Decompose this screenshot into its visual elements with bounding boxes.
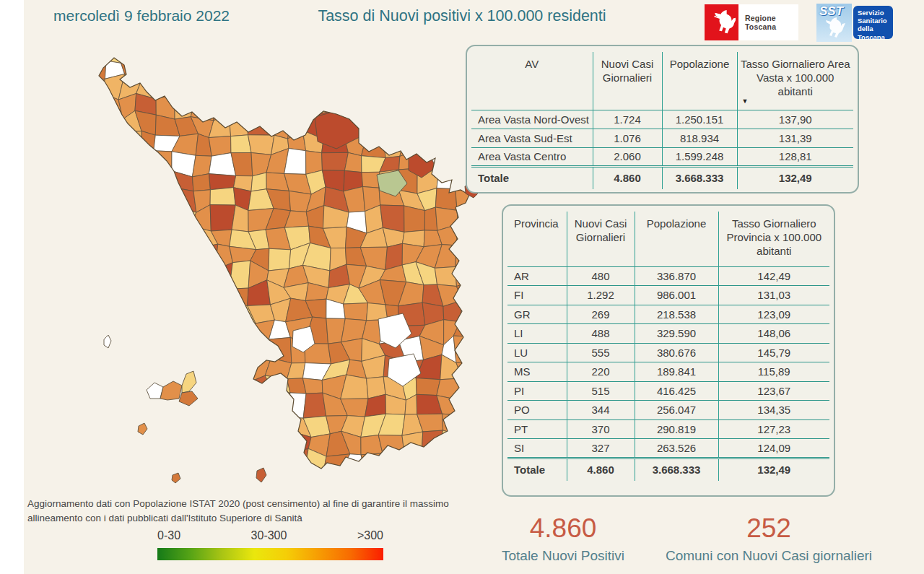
island-montecristo[interactable] bbox=[172, 473, 180, 483]
island-gorgona[interactable] bbox=[104, 335, 111, 348]
covid-dashboard: mercoledì 9 febbraio 2022 Tasso di Nuovi… bbox=[0, 0, 924, 574]
kpi-label: Comuni con Nuovi Casi giornalieri bbox=[664, 548, 873, 564]
col-header-popolazione[interactable]: Popolazione bbox=[662, 52, 737, 110]
table-row[interactable]: SI 327 263.526 124,09 bbox=[507, 439, 829, 458]
legend-gradient-bar bbox=[157, 548, 383, 560]
col-header-nuovi-casi[interactable]: Nuovi Casi Giornalieri bbox=[593, 52, 662, 110]
col-header-tasso[interactable]: Tasso Giornaliero Area Vasta x 100.000 a… bbox=[737, 52, 853, 110]
sst-pegasus-icon: SST bbox=[816, 4, 852, 42]
table-row[interactable]: LI 488 329.590 148,06 bbox=[507, 324, 829, 344]
sort-desc-icon[interactable]: ▼ bbox=[742, 97, 749, 105]
kpi-value: 252 bbox=[664, 514, 873, 544]
legend-label-mid: 30-300 bbox=[251, 529, 287, 542]
regione-toscana-logo: Regione Toscana bbox=[705, 4, 798, 40]
kpi-comuni-con-nuovi-casi: 252 Comuni con Nuovi Casi giornalieri bbox=[664, 514, 873, 564]
municipality-cells[interactable] bbox=[59, 36, 494, 502]
table-row[interactable]: Area Vasta Sud-Est 1.076 818.934 131,39 bbox=[471, 129, 853, 147]
pegasus-icon bbox=[705, 4, 738, 40]
legend-label-low: 0-30 bbox=[157, 529, 180, 542]
col-header-tasso[interactable]: Tasso Giornaliero Provincia x 100.000 ab… bbox=[718, 212, 829, 266]
col-header-av[interactable]: AV bbox=[471, 52, 593, 110]
sst-label: Servizio Sanitario della Toscana bbox=[853, 6, 893, 39]
regione-toscana-label: Regione Toscana bbox=[738, 14, 798, 31]
island-pianosa[interactable] bbox=[138, 423, 147, 435]
sst-logo: SST Servizio Sanitario della Toscana bbox=[816, 4, 893, 42]
provincia-table: Provincia Nuovi Casi Giornalieri Popolaz… bbox=[502, 204, 835, 497]
col-header-provincia[interactable]: Provincia bbox=[507, 212, 567, 266]
footnote: Aggiornamento dati con Popolazione ISTAT… bbox=[27, 497, 504, 526]
area-vasta-table: AV Nuovi Casi Giornalieri Popolazione Ta… bbox=[466, 45, 859, 193]
table-row[interactable]: Area Vasta Nord-Ovest 1.724 1.250.151 13… bbox=[471, 110, 853, 129]
tuscany-municipalities-map[interactable] bbox=[40, 36, 494, 502]
kpi-label: Totale Nuovi Positivi bbox=[462, 548, 664, 564]
table-row[interactable]: FI 1.292 986.001 131,03 bbox=[507, 286, 829, 305]
kpi-value: 4.860 bbox=[462, 514, 664, 544]
table-row[interactable]: GR 269 218.538 123,09 bbox=[507, 305, 829, 324]
col-header-nuovi-casi[interactable]: Nuovi Casi Giornalieri bbox=[567, 212, 635, 266]
legend-label-high: >300 bbox=[357, 529, 383, 542]
table-row[interactable]: PO 344 256.047 134,35 bbox=[507, 401, 829, 420]
kpi-totale-nuovi-positivi: 4.860 Totale Nuovi Positivi bbox=[462, 514, 664, 564]
island-giglio[interactable] bbox=[256, 468, 266, 482]
island-elba-northeast[interactable] bbox=[182, 371, 196, 393]
table-row[interactable]: PT 370 290.819 127,23 bbox=[507, 419, 829, 439]
table-row[interactable]: LU 555 380.676 145,79 bbox=[507, 343, 829, 362]
table-header-row: AV Nuovi Casi Giornalieri Popolazione Ta… bbox=[471, 52, 853, 110]
island-elba-center[interactable] bbox=[160, 381, 182, 400]
legend-labels: 0-30 30-300 >300 bbox=[157, 529, 383, 542]
col-header-popolazione[interactable]: Popolazione bbox=[635, 212, 718, 266]
table-total-row: Totale 4.860 3.668.333 132,49 bbox=[507, 458, 829, 481]
island-elba-southeast[interactable] bbox=[179, 391, 198, 406]
table-row[interactable]: AR 480 336.870 142,49 bbox=[507, 266, 829, 286]
table-row[interactable]: Area Vasta Centro 2.060 1.599.248 128,81 bbox=[471, 147, 853, 166]
table-row[interactable]: MS 220 189.841 115,89 bbox=[507, 362, 829, 382]
table-total-row: Totale 4.860 3.668.333 132,49 bbox=[471, 166, 853, 189]
table-row[interactable]: PI 515 416.425 123,67 bbox=[507, 381, 829, 401]
table-header-row: Provincia Nuovi Casi Giornalieri Popolaz… bbox=[507, 212, 829, 266]
